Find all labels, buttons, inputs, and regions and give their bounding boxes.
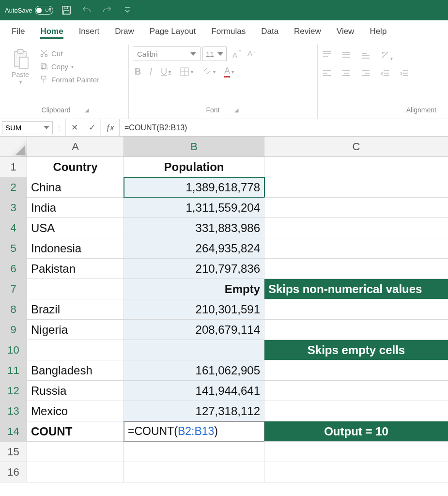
cell-C6[interactable]	[264, 259, 448, 279]
cell-A6[interactable]: Pakistan	[27, 259, 124, 279]
increase-indent-icon[interactable]	[399, 68, 410, 80]
tab-review[interactable]: Review	[286, 22, 329, 40]
cell-B2[interactable]: 1,389,618,778	[124, 177, 264, 198]
cell-C8[interactable]	[264, 299, 448, 320]
cell-B11[interactable]: 161,062,905	[124, 360, 264, 381]
font-dialog-launcher[interactable]: ◢	[234, 107, 238, 113]
cell-A12[interactable]: Russia	[27, 381, 124, 401]
row-header-6[interactable]: 6	[0, 259, 27, 279]
row-header-14[interactable]: 14	[0, 421, 27, 442]
border-button[interactable]: ▾	[180, 67, 193, 77]
select-all-corner[interactable]	[0, 137, 27, 157]
tab-draw[interactable]: Draw	[107, 22, 142, 40]
cell-A10[interactable]	[27, 340, 124, 360]
cell-C3[interactable]	[264, 198, 448, 218]
font-size-dropdown[interactable]: 11	[202, 46, 227, 61]
cell-C14[interactable]: Output = 10	[264, 421, 448, 442]
cell-B5[interactable]: 264,935,824	[124, 238, 264, 259]
cell-B7[interactable]: Empty	[124, 279, 264, 299]
insert-function-button[interactable]: ƒx	[100, 119, 120, 136]
namebox-dropdown-icon[interactable]	[44, 126, 49, 129]
paste-button[interactable]: Paste ▾	[8, 46, 33, 104]
format-painter-button[interactable]: Format Painter	[38, 74, 101, 85]
cell-B14[interactable]: =COUNT(B2:B13)	[124, 421, 264, 442]
column-header-C[interactable]: C	[264, 137, 448, 157]
row-header-9[interactable]: 9	[0, 320, 27, 340]
cell-A1[interactable]: Country	[27, 157, 124, 177]
tab-formulas[interactable]: Formulas	[203, 22, 253, 40]
cell-B15[interactable]	[124, 442, 264, 462]
cell-B16[interactable]	[124, 462, 264, 482]
bold-button[interactable]: B	[135, 67, 141, 77]
cell-C13[interactable]	[264, 401, 448, 421]
cell-A7[interactable]	[27, 279, 124, 299]
column-header-A[interactable]: A	[27, 137, 124, 157]
align-middle-icon[interactable]	[341, 49, 352, 62]
font-color-button[interactable]: A ▾	[224, 66, 234, 78]
font-name-dropdown[interactable]: Calibri	[133, 46, 201, 61]
worksheet-grid[interactable]: ABC1CountryPopulation2China1,389,618,778…	[0, 137, 448, 482]
cell-C9[interactable]	[264, 320, 448, 340]
cut-button[interactable]: Cut	[38, 47, 101, 59]
tab-data[interactable]: Data	[253, 22, 286, 40]
qat-customize-icon[interactable]	[120, 3, 135, 17]
orientation-icon[interactable]: ▾	[380, 49, 393, 62]
italic-button[interactable]: I	[150, 67, 152, 77]
align-right-icon[interactable]	[360, 68, 371, 80]
cell-A4[interactable]: USA	[27, 218, 124, 238]
cell-C7[interactable]: Skips non-numerical values	[264, 279, 448, 299]
row-header-2[interactable]: 2	[0, 177, 27, 198]
cell-C2[interactable]	[264, 177, 448, 198]
row-header-10[interactable]: 10	[0, 340, 27, 360]
enter-formula-button[interactable]: ✓	[83, 119, 100, 136]
increase-font-icon[interactable]: A⌃	[232, 49, 243, 59]
column-header-B[interactable]: B	[124, 137, 264, 157]
fill-color-button[interactable]: ▾	[202, 67, 216, 77]
cell-A16[interactable]	[27, 462, 124, 482]
cell-B6[interactable]: 210,797,836	[124, 259, 264, 279]
cell-C1[interactable]	[264, 157, 448, 177]
tab-help[interactable]: Help	[362, 22, 394, 40]
row-header-11[interactable]: 11	[0, 360, 27, 381]
cancel-formula-button[interactable]: ✕	[65, 119, 83, 136]
cell-A15[interactable]	[27, 442, 124, 462]
tab-view[interactable]: View	[329, 22, 362, 40]
tab-insert[interactable]: Insert	[71, 22, 108, 40]
row-header-12[interactable]: 12	[0, 381, 27, 401]
copy-button[interactable]: Copy ▾	[38, 61, 101, 72]
cell-C4[interactable]	[264, 218, 448, 238]
cell-C10[interactable]: Skips empty cells	[264, 340, 448, 360]
cell-C15[interactable]	[264, 442, 448, 462]
align-center-icon[interactable]	[341, 68, 352, 80]
tab-page-layout[interactable]: Page Layout	[142, 22, 203, 40]
cell-A9[interactable]: Nigeria	[27, 320, 124, 340]
cell-B3[interactable]: 1,311,559,204	[124, 198, 264, 218]
cell-A3[interactable]: India	[27, 198, 124, 218]
cell-C12[interactable]	[264, 381, 448, 401]
cell-A13[interactable]: Mexico	[27, 401, 124, 421]
row-header-5[interactable]: 5	[0, 238, 27, 259]
cell-A14[interactable]: COUNT	[27, 421, 124, 442]
cell-A11[interactable]: Bangladesh	[27, 360, 124, 381]
row-header-15[interactable]: 15	[0, 442, 27, 462]
row-header-13[interactable]: 13	[0, 401, 27, 421]
cell-C16[interactable]	[264, 462, 448, 482]
tab-home[interactable]: Home	[32, 22, 71, 40]
cell-B13[interactable]: 127,318,112	[124, 401, 264, 421]
underline-button[interactable]: U ▾	[161, 67, 171, 77]
cell-B8[interactable]: 210,301,591	[124, 299, 264, 320]
decrease-indent-icon[interactable]	[380, 68, 390, 80]
tab-file[interactable]: File	[4, 22, 32, 40]
redo-icon[interactable]	[100, 3, 114, 17]
cell-B10[interactable]	[124, 340, 264, 360]
name-box[interactable]: SUM	[2, 121, 53, 134]
row-header-4[interactable]: 4	[0, 218, 27, 238]
cell-B12[interactable]: 141,944,641	[124, 381, 264, 401]
cell-B1[interactable]: Population	[124, 157, 264, 177]
cell-A2[interactable]: China	[27, 177, 124, 198]
row-header-7[interactable]: 7	[0, 279, 27, 299]
clipboard-dialog-launcher[interactable]: ◢	[85, 107, 89, 113]
row-header-8[interactable]: 8	[0, 299, 27, 320]
autosave-toggle[interactable]: AutoSave Off	[5, 6, 53, 15]
cell-A5[interactable]: Indonesia	[27, 238, 124, 259]
